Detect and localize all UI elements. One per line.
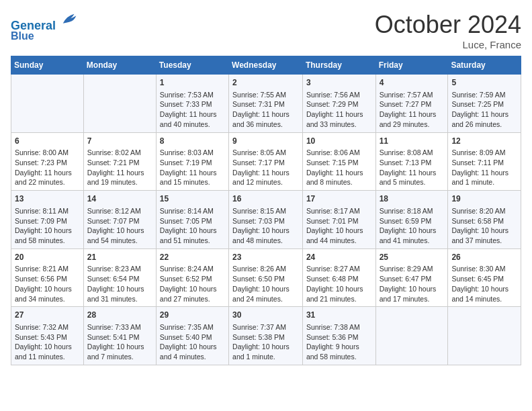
day-number: 27 <box>15 310 80 321</box>
day-number: 23 <box>232 252 299 263</box>
calendar-cell: 8Sunrise: 8:03 AM Sunset: 7:19 PM Daylig… <box>156 132 228 191</box>
day-info: Sunrise: 7:59 AM Sunset: 7:25 PM Dayligh… <box>451 90 517 130</box>
location: Luce, France <box>375 39 521 50</box>
day-number: 4 <box>380 77 445 89</box>
calendar-cell <box>448 307 521 365</box>
weekday-header-cell: Wednesday <box>229 56 303 75</box>
day-number: 17 <box>306 193 372 205</box>
calendar-cell: 9Sunrise: 8:05 AM Sunset: 7:17 PM Daylig… <box>229 132 303 191</box>
day-number: 12 <box>451 136 517 147</box>
calendar-cell: 18Sunrise: 8:18 AM Sunset: 6:59 PM Dayli… <box>375 191 448 249</box>
calendar-cell: 11Sunrise: 8:08 AM Sunset: 7:13 PM Dayli… <box>375 132 448 191</box>
day-number: 30 <box>232 310 299 321</box>
day-number: 10 <box>306 136 372 147</box>
day-info: Sunrise: 8:17 AM Sunset: 7:01 PM Dayligh… <box>306 206 372 246</box>
calendar-cell: 20Sunrise: 8:21 AM Sunset: 6:56 PM Dayli… <box>11 248 84 307</box>
calendar-cell: 28Sunrise: 7:33 AM Sunset: 5:41 PM Dayli… <box>83 307 156 365</box>
day-info: Sunrise: 7:57 AM Sunset: 7:27 PM Dayligh… <box>380 90 445 130</box>
logo-text: General <box>11 11 79 33</box>
calendar-cell: 22Sunrise: 8:24 AM Sunset: 6:52 PM Dayli… <box>156 248 228 307</box>
calendar-cell: 1Sunrise: 7:53 AM Sunset: 7:33 PM Daylig… <box>156 75 228 133</box>
day-info: Sunrise: 8:03 AM Sunset: 7:19 PM Dayligh… <box>160 148 225 187</box>
title-block: October 2024 Luce, France <box>375 11 521 50</box>
day-info: Sunrise: 7:55 AM Sunset: 7:31 PM Dayligh… <box>232 90 299 130</box>
day-info: Sunrise: 8:08 AM Sunset: 7:13 PM Dayligh… <box>380 148 445 187</box>
day-number: 26 <box>451 252 517 263</box>
calendar-cell: 25Sunrise: 8:29 AM Sunset: 6:47 PM Dayli… <box>375 248 448 307</box>
calendar-cell: 31Sunrise: 7:38 AM Sunset: 5:36 PM Dayli… <box>302 307 375 365</box>
calendar-cell: 19Sunrise: 8:20 AM Sunset: 6:58 PM Dayli… <box>448 191 521 249</box>
calendar-cell: 26Sunrise: 8:30 AM Sunset: 6:45 PM Dayli… <box>448 248 521 307</box>
day-number: 7 <box>87 136 152 147</box>
weekday-header-row: SundayMondayTuesdayWednesdayThursdayFrid… <box>11 56 521 75</box>
day-number: 2 <box>232 77 299 89</box>
day-number: 9 <box>232 136 299 147</box>
day-number: 13 <box>15 193 80 205</box>
day-number: 8 <box>160 136 225 147</box>
day-number: 22 <box>160 252 225 263</box>
day-number: 1 <box>160 77 225 89</box>
day-number: 14 <box>87 193 152 205</box>
calendar-cell: 16Sunrise: 8:15 AM Sunset: 7:03 PM Dayli… <box>229 191 303 249</box>
calendar-cell: 2Sunrise: 7:55 AM Sunset: 7:31 PM Daylig… <box>229 75 303 133</box>
calendar-cell <box>375 307 448 365</box>
day-number: 19 <box>451 193 517 205</box>
day-info: Sunrise: 8:24 AM Sunset: 6:52 PM Dayligh… <box>160 264 225 304</box>
calendar-cell: 15Sunrise: 8:14 AM Sunset: 7:05 PM Dayli… <box>156 191 228 249</box>
month-title: October 2024 <box>375 11 521 39</box>
calendar-body: 1Sunrise: 7:53 AM Sunset: 7:33 PM Daylig… <box>11 75 521 365</box>
weekday-header-cell: Monday <box>83 56 156 75</box>
calendar-week-row: 27Sunrise: 7:32 AM Sunset: 5:43 PM Dayli… <box>11 307 521 365</box>
day-number: 5 <box>451 77 517 89</box>
calendar-cell: 7Sunrise: 8:02 AM Sunset: 7:21 PM Daylig… <box>83 132 156 191</box>
day-info: Sunrise: 7:35 AM Sunset: 5:40 PM Dayligh… <box>160 322 225 362</box>
weekday-header-cell: Friday <box>375 56 448 75</box>
page-header: General Blue October 2024 Luce, France <box>11 11 521 50</box>
calendar-week-row: 20Sunrise: 8:21 AM Sunset: 6:56 PM Dayli… <box>11 248 521 307</box>
calendar-cell: 12Sunrise: 8:09 AM Sunset: 7:11 PM Dayli… <box>448 132 521 191</box>
day-number: 25 <box>380 252 445 263</box>
calendar-cell: 10Sunrise: 8:06 AM Sunset: 7:15 PM Dayli… <box>302 132 375 191</box>
day-info: Sunrise: 8:12 AM Sunset: 7:07 PM Dayligh… <box>87 206 152 246</box>
calendar-cell <box>83 75 156 133</box>
weekday-header-cell: Saturday <box>448 56 521 75</box>
day-info: Sunrise: 8:20 AM Sunset: 6:58 PM Dayligh… <box>451 206 517 246</box>
day-info: Sunrise: 7:53 AM Sunset: 7:33 PM Dayligh… <box>160 90 225 130</box>
day-info: Sunrise: 8:23 AM Sunset: 6:54 PM Dayligh… <box>87 264 152 304</box>
day-number: 16 <box>232 193 299 205</box>
day-number: 28 <box>87 310 152 321</box>
day-number: 18 <box>380 193 445 205</box>
day-info: Sunrise: 8:06 AM Sunset: 7:15 PM Dayligh… <box>306 148 372 187</box>
day-info: Sunrise: 8:15 AM Sunset: 7:03 PM Dayligh… <box>232 206 299 246</box>
day-info: Sunrise: 7:37 AM Sunset: 5:38 PM Dayligh… <box>232 322 299 362</box>
calendar-cell: 27Sunrise: 7:32 AM Sunset: 5:43 PM Dayli… <box>11 307 84 365</box>
day-number: 24 <box>306 252 372 263</box>
day-info: Sunrise: 8:11 AM Sunset: 7:09 PM Dayligh… <box>15 206 80 246</box>
calendar-cell <box>11 75 84 133</box>
calendar-cell: 14Sunrise: 8:12 AM Sunset: 7:07 PM Dayli… <box>83 191 156 249</box>
day-number: 21 <box>87 252 152 263</box>
day-number: 11 <box>380 136 445 147</box>
day-info: Sunrise: 7:56 AM Sunset: 7:29 PM Dayligh… <box>306 90 372 130</box>
calendar-week-row: 13Sunrise: 8:11 AM Sunset: 7:09 PM Dayli… <box>11 191 521 249</box>
calendar-cell: 21Sunrise: 8:23 AM Sunset: 6:54 PM Dayli… <box>83 248 156 307</box>
day-info: Sunrise: 8:05 AM Sunset: 7:17 PM Dayligh… <box>232 148 299 187</box>
calendar-cell: 3Sunrise: 7:56 AM Sunset: 7:29 PM Daylig… <box>302 75 375 133</box>
day-number: 15 <box>160 193 225 205</box>
weekday-header-cell: Sunday <box>11 56 84 75</box>
calendar-week-row: 6Sunrise: 8:00 AM Sunset: 7:23 PM Daylig… <box>11 132 521 191</box>
day-info: Sunrise: 8:02 AM Sunset: 7:21 PM Dayligh… <box>87 148 152 187</box>
day-info: Sunrise: 7:33 AM Sunset: 5:41 PM Dayligh… <box>87 322 152 362</box>
calendar-cell: 24Sunrise: 8:27 AM Sunset: 6:48 PM Dayli… <box>302 248 375 307</box>
day-info: Sunrise: 8:14 AM Sunset: 7:05 PM Dayligh… <box>160 206 225 246</box>
day-info: Sunrise: 8:29 AM Sunset: 6:47 PM Dayligh… <box>380 264 445 304</box>
calendar-cell: 29Sunrise: 7:35 AM Sunset: 5:40 PM Dayli… <box>156 307 228 365</box>
day-info: Sunrise: 7:38 AM Sunset: 5:36 PM Dayligh… <box>306 322 372 362</box>
weekday-header-cell: Tuesday <box>156 56 228 75</box>
calendar-cell: 23Sunrise: 8:26 AM Sunset: 6:50 PM Dayli… <box>229 248 303 307</box>
day-info: Sunrise: 8:26 AM Sunset: 6:50 PM Dayligh… <box>232 264 299 304</box>
calendar-cell: 13Sunrise: 8:11 AM Sunset: 7:09 PM Dayli… <box>11 191 84 249</box>
day-number: 29 <box>160 310 225 321</box>
day-number: 6 <box>15 136 80 147</box>
day-info: Sunrise: 8:21 AM Sunset: 6:56 PM Dayligh… <box>15 264 80 304</box>
